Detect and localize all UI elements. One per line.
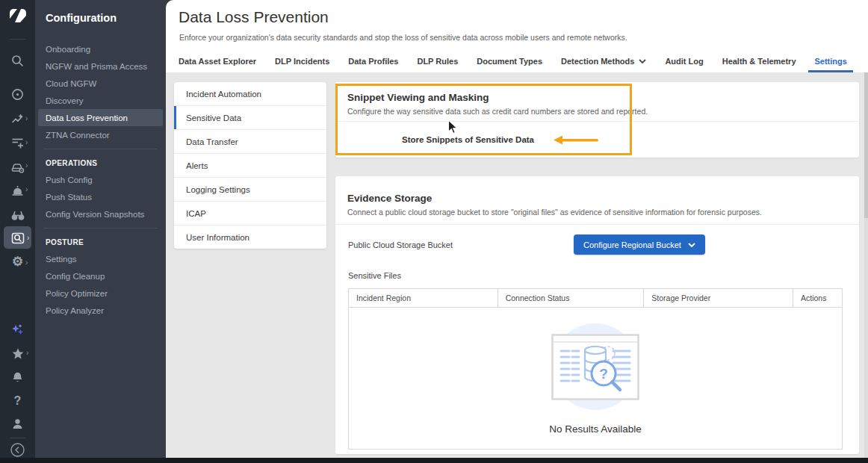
incidents-alerts-icon[interactable]: › [0,184,35,197]
subnav-item-alerts[interactable]: Alerts [174,154,326,178]
brand-logo-icon[interactable] [0,7,35,25]
sidebar-item-push-config[interactable]: Push Config [35,171,166,188]
table-empty-row: ? No Results Available [349,308,843,450]
snippet-card-description: Configure the way sensitive data such as… [347,107,648,116]
svg-text:?: ? [599,366,608,382]
scrollbar[interactable] [864,72,868,458]
search-icon[interactable] [0,54,35,67]
store-snippets-label[interactable]: Store Snippets of Sensitive Data [402,135,534,144]
subnav-item-user-information[interactable]: User Information [174,226,326,249]
ai-copilot-sparkles-icon[interactable] [0,323,35,337]
divider [44,149,157,149]
deployments-icon[interactable]: › [0,160,35,173]
sidebar-item-ztna-connector[interactable]: ZTNA Connector [35,126,166,143]
sidebar-section-operations: OPERATIONS [35,155,166,171]
sidebar-item-policy-optimizer[interactable]: Policy Optimizer [35,285,166,302]
subnav-item-icap[interactable]: ICAP [174,202,326,226]
snippet-viewing-masking-card: Snippet Viewing and Masking Configure th… [335,82,859,158]
icon-rail: › › › › › ⚙ › › ? [0,0,35,463]
store-snippets-row: Store Snippets of Sensitive Data [335,122,859,158]
chevron-right-icon: › [25,186,28,193]
empty-state: ? No Results Available [349,322,842,435]
sidebar-item-push-status[interactable]: Push Status [35,188,166,205]
divider [44,228,157,229]
chevron-right-icon: › [25,259,28,267]
chevron-down-icon [688,243,695,247]
subnav-item-data-transfer[interactable]: Data Transfer [174,130,326,154]
tab-audit-log[interactable]: Audit Log [665,49,703,72]
user-profile-icon[interactable] [0,417,35,430]
sidebar-item-discovery[interactable]: Discovery [35,92,166,109]
notifications-bell-icon[interactable] [0,370,35,384]
evidence-storage-card: Evidence Storage Connect a public cloud … [335,176,859,454]
snippet-card-title: Snippet Viewing and Masking [347,92,489,103]
divider [10,438,25,438]
sidebar-item-onboarding[interactable]: Onboarding [35,40,166,58]
chevron-right-icon: › [27,234,29,242]
column-storage-provider[interactable]: Storage Provider [644,289,793,308]
config-sidebar: Configuration Onboarding NGFW and Prisma… [35,0,166,463]
sidebar-item-config-version-snapshots[interactable]: Config Version Snapshots [35,205,166,223]
evidence-storage-title: Evidence Storage [347,193,432,204]
chevron-down-icon [639,59,646,63]
sidebar-item-data-loss-prevention[interactable]: Data Loss Prevention [38,109,163,126]
help-icon[interactable]: ? [0,394,35,408]
workflows-icon[interactable]: › [0,136,35,149]
sidebar-item-ngfw-prisma-access[interactable]: NGFW and Prisma Access [35,58,166,75]
column-actions[interactable]: Actions [793,289,843,308]
page-header: Data Loss Prevention Enforce your organi… [166,0,868,72]
tab-document-types[interactable]: Document Types [477,49,542,72]
tab-settings[interactable]: Settings [814,49,846,72]
favorites-star-icon[interactable]: › [0,347,35,360]
divider [10,39,25,40]
tab-health-telemetry[interactable]: Health & Telemetry [722,49,796,72]
configure-regional-bucket-button[interactable]: Configure Regional Bucket [574,234,705,255]
insights-icon[interactable]: › [0,112,35,125]
divider [335,224,859,225]
collapse-sidebar-icon[interactable] [0,442,35,458]
bottom-edge-bar [0,458,868,463]
tab-dlp-rules[interactable]: DLP Rules [417,49,458,72]
monitor-binoculars-icon[interactable] [0,208,35,221]
no-results-text: No Results Available [549,423,642,435]
sidebar-item-config-cleanup[interactable]: Config Cleanup [35,267,166,285]
tab-data-asset-explorer[interactable]: Data Asset Explorer [179,49,256,72]
sidebar-menu: Onboarding NGFW and Prisma Access Cloud … [35,40,166,319]
subnav-item-sensitive-data[interactable]: Sensitive Data [174,106,326,130]
sidebar-section-posture: POSTURE [35,234,166,250]
settings-subnav: Incident Automation Sensitive Data Data … [174,82,326,249]
no-results-icon: ? [551,334,639,401]
highlight-arrow-icon [554,135,600,145]
tab-bar: Data Asset Explorer DLP Incidents Data P… [179,49,847,72]
table-header-row: Incident Region Connection Status Storag… [349,289,843,308]
discovery-radar-icon[interactable] [0,87,35,101]
sensitive-files-label: Sensitive Files [348,271,401,280]
configuration-icon[interactable]: › [0,232,35,245]
tab-data-profiles[interactable]: Data Profiles [348,49,398,72]
sidebar-title: Configuration [46,12,117,24]
chevron-right-icon: › [25,139,28,146]
subnav-item-logging-settings[interactable]: Logging Settings [174,178,326,202]
column-connection-status[interactable]: Connection Status [497,289,644,308]
scrollbar-thumb[interactable] [864,72,868,218]
page-subtitle: Enforce your organization's data securit… [179,33,627,42]
chevron-right-icon: › [25,162,28,170]
settings-content: Incident Automation Sensitive Data Data … [166,72,868,458]
tab-detection-methods[interactable]: Detection Methods [561,49,646,72]
tab-dlp-incidents[interactable]: DLP Incidents [275,49,329,72]
chevron-right-icon: › [26,349,28,357]
column-incident-region[interactable]: Incident Region [349,289,498,308]
sidebar-item-settings[interactable]: Settings [35,250,166,267]
page-title: Data Loss Prevention [179,8,329,26]
main-area: Data Loss Prevention Enforce your organi… [166,0,868,463]
evidence-storage-description: Connect a public cloud storage bucket to… [347,208,762,217]
sidebar-item-cloud-ngfw[interactable]: Cloud NGFW [35,75,166,92]
settings-gear-icon[interactable]: ⚙ › [0,255,35,269]
sidebar-item-policy-analyzer[interactable]: Policy Analyzer [35,302,166,319]
sensitive-files-table: Incident Region Connection Status Storag… [348,288,843,450]
chevron-right-icon: › [25,115,28,122]
subnav-item-incident-automation[interactable]: Incident Automation [174,82,326,106]
public-cloud-storage-bucket-label: Public Cloud Storage Bucket [348,240,453,249]
